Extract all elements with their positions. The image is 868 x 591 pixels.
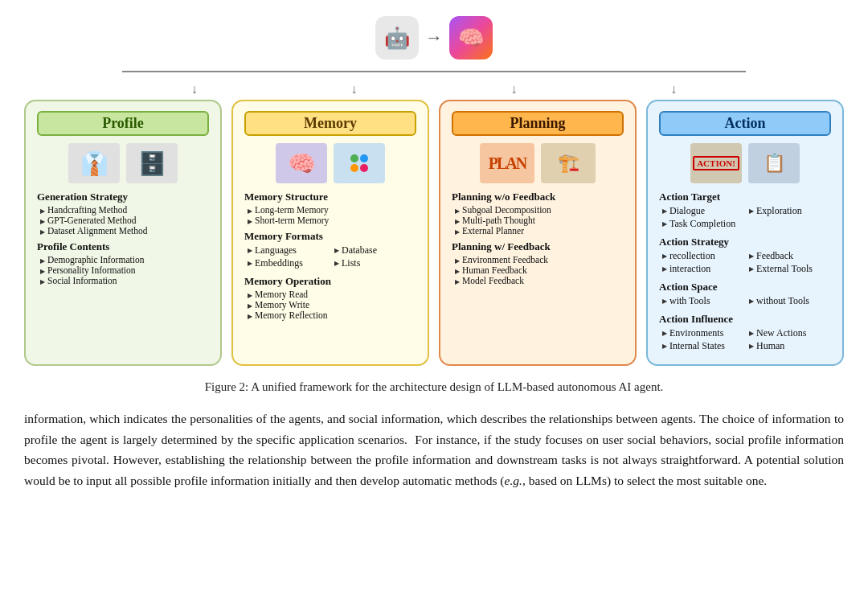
action-strategy-title: Action Strategy <box>659 236 831 248</box>
profile-images: 👔 🗄️ <box>37 142 209 184</box>
top-icons: 🤖 → 🧠 <box>24 16 844 60</box>
memory-op-2: Memory Write <box>248 300 416 310</box>
memory-box: Memory 🧠 Memory Structure Long-term Memo… <box>231 100 429 366</box>
action-strat-4: External Tools <box>749 263 831 275</box>
action-inf-1: Environments <box>662 327 744 339</box>
arrow-down-1: ↓ <box>191 82 198 96</box>
memory-formats-title: Memory Formats <box>244 230 416 243</box>
profile-contents-title: Profile Contents <box>37 240 209 253</box>
action-inf-3: New Actions <box>749 327 831 339</box>
action-space-title: Action Space <box>659 281 831 293</box>
diagram-header: 🤖 → 🧠 ↓ ↓ ↓ ↓ <box>24 16 844 96</box>
arrow-down-4: ↓ <box>670 82 677 96</box>
arrow-down-2: ↓ <box>351 82 358 96</box>
planning-images: PLAN 🏗️ <box>452 142 624 184</box>
planning-item-1: Subgoal Decomposition <box>455 205 624 215</box>
action-strat-2: interaction <box>662 263 744 275</box>
profile-box: Profile 👔 🗄️ Generation Strategy Handcra… <box>24 100 222 366</box>
memory-fmt-2: Embeddings <box>248 257 330 269</box>
action-space-grid: with Tools without Tools <box>659 295 831 308</box>
action-box: Action ACTION! 📋 Action Target Dialogue … <box>646 100 844 366</box>
memory-images: 🧠 <box>244 142 416 184</box>
memory-fmt-3: Database <box>334 244 416 257</box>
planning-w-title: Planning w/ Feedback <box>452 240 624 253</box>
memory-fmt-1: Languages <box>248 244 330 257</box>
action-strat-3: Feedback <box>749 250 831 262</box>
memory-structure-title: Memory Structure <box>244 191 416 203</box>
memory-op-3: Memory Reflection <box>248 310 416 320</box>
memory-op-1: Memory Read <box>248 289 416 299</box>
action-target-grid: Dialogue Task Completion Exploration <box>659 205 831 231</box>
profile-item-3: Dataset Alignment Method <box>40 226 209 236</box>
action-influence-title: Action Influence <box>659 313 831 326</box>
action-img2: 📋 <box>748 143 800 183</box>
connector-line <box>24 61 844 80</box>
memory-formats-grid: Languages Embeddings Database Lists <box>244 244 416 270</box>
profile-item-6: Social Information <box>40 276 209 285</box>
figure-caption: Figure 2: A unified framework for the ar… <box>24 380 844 394</box>
memory-item-1: Long-term Memory <box>248 205 416 215</box>
arrow-down-3: ↓ <box>510 82 517 96</box>
planning-item-6: Model Feedback <box>455 276 624 285</box>
profile-item-4: Demographic Information <box>40 255 209 265</box>
action-title: Action <box>659 111 831 136</box>
planning-title: Planning <box>452 111 624 136</box>
action-target-1: Dialogue <box>662 205 744 217</box>
action-target-2: Task Completion <box>662 218 744 230</box>
planning-item-2: Multi-path Thought <box>455 215 624 225</box>
action-images: ACTION! 📋 <box>659 142 831 184</box>
body-paragraph: information, which indicates the persona… <box>24 408 844 490</box>
action-inf-4: Human <box>749 340 831 352</box>
action-strat-1: recollection <box>662 250 744 262</box>
action-influence-grid: Environments Internal States New Actions… <box>659 327 831 353</box>
profile-item-1: Handcrafting Method <box>40 205 209 215</box>
memory-title: Memory <box>244 111 416 136</box>
framework-boxes: Profile 👔 🗄️ Generation Strategy Handcra… <box>24 100 844 366</box>
memory-img2 <box>334 143 385 183</box>
planning-item-3: External Planner <box>455 226 624 236</box>
memory-operation-title: Memory Operation <box>244 275 416 288</box>
planning-item-5: Human Feedback <box>455 265 624 275</box>
action-target-3: Exploration <box>749 205 831 217</box>
planning-box: Planning PLAN 🏗️ Planning w/o Feedback S… <box>439 100 637 366</box>
memory-item-2: Short-term Memory <box>248 215 416 225</box>
planning-img2: 🏗️ <box>541 143 596 183</box>
profile-img1: 👔 <box>68 143 120 183</box>
arrow-icon: → <box>425 27 443 48</box>
action-strategy-grid: recollection interaction Feedback Extern… <box>659 250 831 276</box>
action-img1: ACTION! <box>690 143 742 183</box>
planning-wo-title: Planning w/o Feedback <box>452 191 624 203</box>
action-space-1: with Tools <box>662 295 744 307</box>
planning-item-4: Environment Feedback <box>455 255 624 265</box>
profile-title: Profile <box>37 111 209 136</box>
brain-icon: 🧠 <box>449 16 493 60</box>
memory-fmt-4: Lists <box>334 257 416 269</box>
gpt-icon: 🤖 <box>375 16 419 60</box>
profile-item-2: GPT-Generated Method <box>40 215 209 225</box>
profile-img2: 🗄️ <box>126 143 178 183</box>
planning-img1: PLAN <box>480 143 534 183</box>
memory-img1: 🧠 <box>276 143 327 183</box>
down-arrows: ↓ ↓ ↓ ↓ <box>24 82 844 96</box>
action-inf-2: Internal States <box>662 340 744 352</box>
generation-strategy-title: Generation Strategy <box>37 191 209 203</box>
profile-item-5: Personality Information <box>40 265 209 275</box>
action-space-2: without Tools <box>749 295 831 307</box>
action-target-title: Action Target <box>659 191 831 203</box>
